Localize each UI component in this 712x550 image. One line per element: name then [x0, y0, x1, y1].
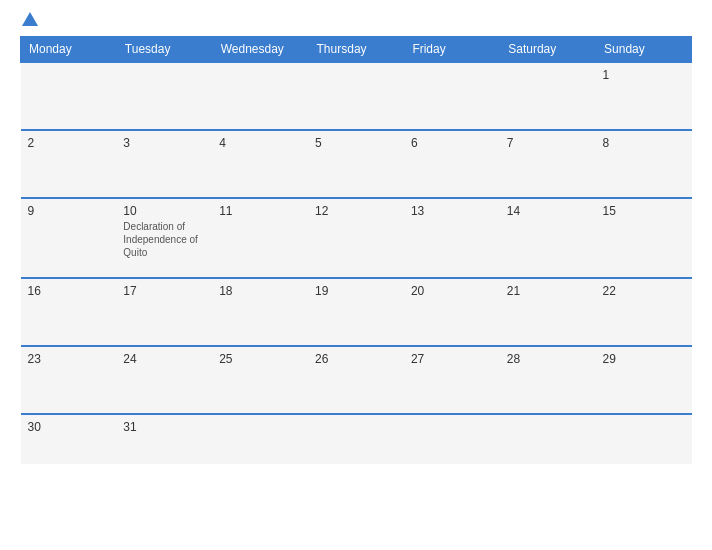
calendar-cell: 31	[116, 414, 212, 464]
calendar-cell: 26	[308, 346, 404, 414]
day-number: 14	[507, 204, 589, 218]
day-number: 30	[28, 420, 110, 434]
calendar-cell: 2	[21, 130, 117, 198]
day-number: 28	[507, 352, 589, 366]
day-number: 17	[123, 284, 205, 298]
day-number: 16	[28, 284, 110, 298]
weekday-monday: Monday	[21, 37, 117, 63]
day-number: 8	[603, 136, 685, 150]
day-number: 3	[123, 136, 205, 150]
day-number: 1	[603, 68, 685, 82]
calendar-cell	[500, 62, 596, 130]
day-number: 27	[411, 352, 493, 366]
day-number: 4	[219, 136, 301, 150]
calendar-cell: 5	[308, 130, 404, 198]
calendar-cell: 3	[116, 130, 212, 198]
day-number: 10	[123, 204, 205, 218]
weekday-friday: Friday	[404, 37, 500, 63]
weekday-saturday: Saturday	[500, 37, 596, 63]
week-row-3: 16171819202122	[21, 278, 692, 346]
calendar-cell: 14	[500, 198, 596, 278]
calendar-cell	[500, 414, 596, 464]
calendar-cell: 21	[500, 278, 596, 346]
calendar-cell	[308, 62, 404, 130]
day-number: 19	[315, 284, 397, 298]
weekday-sunday: Sunday	[596, 37, 692, 63]
calendar-cell	[404, 62, 500, 130]
day-number: 20	[411, 284, 493, 298]
day-number: 7	[507, 136, 589, 150]
calendar-cell: 28	[500, 346, 596, 414]
day-number: 26	[315, 352, 397, 366]
day-number: 23	[28, 352, 110, 366]
calendar-cell: 18	[212, 278, 308, 346]
calendar-cell: 10Declaration of Independence of Quito	[116, 198, 212, 278]
day-number: 25	[219, 352, 301, 366]
calendar-cell	[21, 62, 117, 130]
calendar-cell: 1	[596, 62, 692, 130]
day-number: 9	[28, 204, 110, 218]
calendar-cell	[404, 414, 500, 464]
event-label: Declaration of Independence of Quito	[123, 220, 205, 259]
calendar-cell: 8	[596, 130, 692, 198]
calendar-cell: 20	[404, 278, 500, 346]
calendar-cell	[116, 62, 212, 130]
calendar-cell: 12	[308, 198, 404, 278]
weekday-thursday: Thursday	[308, 37, 404, 63]
day-number: 31	[123, 420, 205, 434]
calendar-cell: 17	[116, 278, 212, 346]
day-number: 5	[315, 136, 397, 150]
calendar-cell: 22	[596, 278, 692, 346]
calendar-cell: 9	[21, 198, 117, 278]
day-number: 13	[411, 204, 493, 218]
week-row-1: 2345678	[21, 130, 692, 198]
calendar-cell	[308, 414, 404, 464]
logo	[20, 18, 38, 26]
day-number: 12	[315, 204, 397, 218]
header	[20, 18, 692, 26]
page: MondayTuesdayWednesdayThursdayFridaySatu…	[0, 0, 712, 550]
calendar-cell: 27	[404, 346, 500, 414]
calendar-cell: 7	[500, 130, 596, 198]
calendar-cell: 6	[404, 130, 500, 198]
logo-triangle-icon	[22, 12, 38, 26]
calendar-cell: 15	[596, 198, 692, 278]
week-row-2: 910Declaration of Independence of Quito1…	[21, 198, 692, 278]
day-number: 18	[219, 284, 301, 298]
calendar: MondayTuesdayWednesdayThursdayFridaySatu…	[20, 36, 692, 464]
day-number: 24	[123, 352, 205, 366]
weekday-wednesday: Wednesday	[212, 37, 308, 63]
calendar-cell: 25	[212, 346, 308, 414]
calendar-cell	[212, 62, 308, 130]
calendar-cell: 13	[404, 198, 500, 278]
day-number: 11	[219, 204, 301, 218]
day-number: 2	[28, 136, 110, 150]
calendar-cell: 16	[21, 278, 117, 346]
week-row-4: 23242526272829	[21, 346, 692, 414]
calendar-cell: 30	[21, 414, 117, 464]
calendar-cell: 11	[212, 198, 308, 278]
calendar-cell: 19	[308, 278, 404, 346]
calendar-cell: 29	[596, 346, 692, 414]
weekday-header-row: MondayTuesdayWednesdayThursdayFridaySatu…	[21, 37, 692, 63]
week-row-0: 1	[21, 62, 692, 130]
day-number: 15	[603, 204, 685, 218]
weekday-tuesday: Tuesday	[116, 37, 212, 63]
calendar-cell: 23	[21, 346, 117, 414]
calendar-cell	[212, 414, 308, 464]
day-number: 6	[411, 136, 493, 150]
calendar-cell: 24	[116, 346, 212, 414]
day-number: 21	[507, 284, 589, 298]
day-number: 29	[603, 352, 685, 366]
day-number: 22	[603, 284, 685, 298]
week-row-5: 3031	[21, 414, 692, 464]
calendar-cell	[596, 414, 692, 464]
calendar-cell: 4	[212, 130, 308, 198]
